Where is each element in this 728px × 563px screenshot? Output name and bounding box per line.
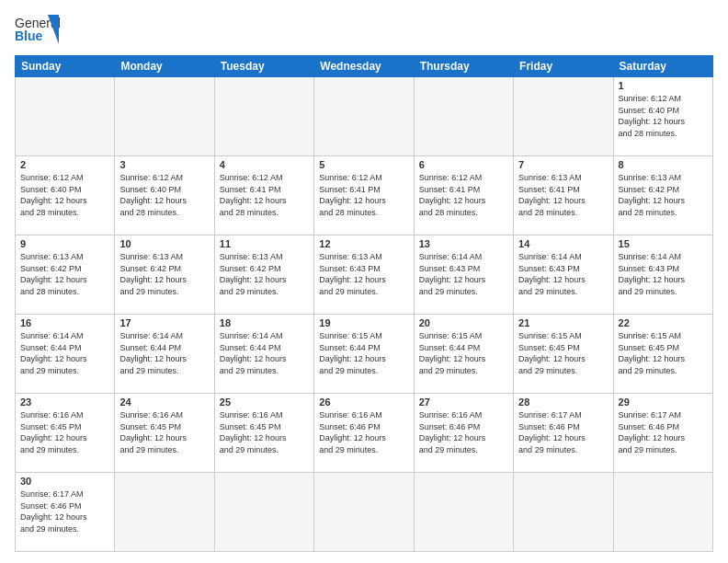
- calendar-week-row: 30Sunrise: 6:17 AM Sunset: 6:46 PM Dayli…: [16, 473, 713, 552]
- day-info: Sunrise: 6:12 AM Sunset: 6:41 PM Dayligh…: [220, 172, 309, 218]
- calendar-day-cell: 18Sunrise: 6:14 AM Sunset: 6:44 PM Dayli…: [214, 315, 313, 394]
- day-info: Sunrise: 6:16 AM Sunset: 6:45 PM Dayligh…: [119, 409, 209, 455]
- calendar-day-cell: 25Sunrise: 6:16 AM Sunset: 6:45 PM Dayli…: [214, 394, 313, 473]
- day-info: Sunrise: 6:16 AM Sunset: 6:46 PM Dayligh…: [419, 409, 508, 455]
- calendar-day-cell: [214, 473, 313, 552]
- weekday-header-friday: Friday: [514, 56, 613, 77]
- svg-text:Blue: Blue: [15, 29, 43, 43]
- calendar-day-cell: 8Sunrise: 6:13 AM Sunset: 6:42 PM Daylig…: [613, 156, 712, 236]
- calendar-day-cell: 16Sunrise: 6:14 AM Sunset: 6:44 PM Dayli…: [16, 315, 115, 394]
- calendar-day-cell: 28Sunrise: 6:17 AM Sunset: 6:46 PM Dayli…: [514, 394, 613, 473]
- calendar-day-cell: 14Sunrise: 6:14 AM Sunset: 6:43 PM Dayli…: [514, 236, 613, 315]
- calendar-table: SundayMondayTuesdayWednesdayThursdayFrid…: [15, 55, 713, 552]
- calendar-day-cell: [414, 77, 513, 156]
- day-info: Sunrise: 6:15 AM Sunset: 6:45 PM Dayligh…: [518, 330, 608, 376]
- calendar-day-cell: 17Sunrise: 6:14 AM Sunset: 6:44 PM Dayli…: [115, 315, 214, 394]
- calendar-day-cell: [613, 473, 712, 552]
- day-number: 2: [20, 159, 109, 170]
- day-number: 27: [419, 396, 508, 408]
- calendar-day-cell: 22Sunrise: 6:15 AM Sunset: 6:45 PM Dayli…: [613, 315, 712, 394]
- day-info: Sunrise: 6:14 AM Sunset: 6:43 PM Dayligh…: [518, 251, 608, 297]
- calendar-day-cell: 13Sunrise: 6:14 AM Sunset: 6:43 PM Dayli…: [414, 236, 513, 315]
- day-number: 21: [518, 317, 608, 328]
- calendar-day-cell: 10Sunrise: 6:13 AM Sunset: 6:42 PM Dayli…: [115, 236, 214, 315]
- calendar-day-cell: 7Sunrise: 6:13 AM Sunset: 6:41 PM Daylig…: [514, 156, 613, 236]
- calendar-week-row: 1Sunrise: 6:12 AM Sunset: 6:40 PM Daylig…: [16, 77, 713, 156]
- day-number: 28: [518, 396, 608, 408]
- calendar-day-cell: 9Sunrise: 6:13 AM Sunset: 6:42 PM Daylig…: [16, 236, 115, 315]
- calendar-day-cell: 1Sunrise: 6:12 AM Sunset: 6:40 PM Daylig…: [613, 77, 712, 156]
- day-info: Sunrise: 6:16 AM Sunset: 6:45 PM Dayligh…: [20, 409, 109, 455]
- day-number: 12: [319, 238, 408, 249]
- weekday-header-tuesday: Tuesday: [214, 56, 313, 77]
- day-number: 1: [619, 80, 708, 91]
- day-number: 20: [419, 317, 508, 328]
- day-number: 22: [619, 317, 708, 328]
- day-info: Sunrise: 6:14 AM Sunset: 6:44 PM Dayligh…: [119, 330, 209, 376]
- day-number: 14: [518, 238, 608, 249]
- day-number: 7: [518, 159, 608, 170]
- day-number: 5: [319, 159, 408, 170]
- day-number: 26: [319, 396, 408, 408]
- weekday-header-saturday: Saturday: [613, 56, 712, 77]
- calendar-day-cell: [214, 77, 313, 156]
- day-info: Sunrise: 6:15 AM Sunset: 6:44 PM Dayligh…: [419, 330, 508, 376]
- day-info: Sunrise: 6:13 AM Sunset: 6:42 PM Dayligh…: [119, 251, 209, 297]
- calendar-day-cell: [314, 473, 414, 552]
- day-number: 24: [119, 396, 209, 408]
- logo: General Blue: [15, 11, 63, 48]
- day-info: Sunrise: 6:12 AM Sunset: 6:41 PM Dayligh…: [319, 172, 408, 218]
- day-info: Sunrise: 6:16 AM Sunset: 6:45 PM Dayligh…: [220, 409, 309, 455]
- calendar-day-cell: 4Sunrise: 6:12 AM Sunset: 6:41 PM Daylig…: [214, 156, 313, 236]
- day-info: Sunrise: 6:14 AM Sunset: 6:44 PM Dayligh…: [20, 330, 109, 376]
- day-number: 13: [419, 238, 508, 249]
- day-info: Sunrise: 6:14 AM Sunset: 6:43 PM Dayligh…: [619, 251, 708, 297]
- day-info: Sunrise: 6:13 AM Sunset: 6:42 PM Dayligh…: [220, 251, 309, 297]
- day-number: 10: [119, 238, 209, 249]
- day-info: Sunrise: 6:15 AM Sunset: 6:44 PM Dayligh…: [319, 330, 408, 376]
- day-number: 29: [619, 396, 708, 408]
- day-number: 30: [20, 476, 109, 487]
- day-number: 19: [319, 317, 408, 328]
- day-info: Sunrise: 6:17 AM Sunset: 6:46 PM Dayligh…: [619, 409, 708, 455]
- calendar-page: General Blue SundayMondayTuesdayWednesda…: [0, 0, 728, 563]
- calendar-day-cell: [314, 77, 414, 156]
- calendar-day-cell: 23Sunrise: 6:16 AM Sunset: 6:45 PM Dayli…: [16, 394, 115, 473]
- calendar-day-cell: 21Sunrise: 6:15 AM Sunset: 6:45 PM Dayli…: [514, 315, 613, 394]
- calendar-day-cell: 6Sunrise: 6:12 AM Sunset: 6:41 PM Daylig…: [414, 156, 513, 236]
- calendar-day-cell: 3Sunrise: 6:12 AM Sunset: 6:40 PM Daylig…: [115, 156, 214, 236]
- day-info: Sunrise: 6:13 AM Sunset: 6:42 PM Dayligh…: [619, 172, 708, 218]
- day-info: Sunrise: 6:14 AM Sunset: 6:43 PM Dayligh…: [419, 251, 508, 297]
- day-info: Sunrise: 6:14 AM Sunset: 6:44 PM Dayligh…: [220, 330, 309, 376]
- day-number: 4: [220, 159, 309, 170]
- calendar-day-cell: [514, 77, 613, 156]
- day-number: 15: [619, 238, 708, 249]
- calendar-day-cell: 20Sunrise: 6:15 AM Sunset: 6:44 PM Dayli…: [414, 315, 513, 394]
- calendar-day-cell: 15Sunrise: 6:14 AM Sunset: 6:43 PM Dayli…: [613, 236, 712, 315]
- calendar-day-cell: 24Sunrise: 6:16 AM Sunset: 6:45 PM Dayli…: [115, 394, 214, 473]
- day-number: 18: [220, 317, 309, 328]
- day-info: Sunrise: 6:13 AM Sunset: 6:43 PM Dayligh…: [319, 251, 408, 297]
- day-info: Sunrise: 6:17 AM Sunset: 6:46 PM Dayligh…: [518, 409, 608, 455]
- calendar-day-cell: 19Sunrise: 6:15 AM Sunset: 6:44 PM Dayli…: [314, 315, 414, 394]
- weekday-header-thursday: Thursday: [414, 56, 513, 77]
- calendar-day-cell: 30Sunrise: 6:17 AM Sunset: 6:46 PM Dayli…: [16, 473, 115, 552]
- weekday-header-monday: Monday: [115, 56, 214, 77]
- day-info: Sunrise: 6:12 AM Sunset: 6:40 PM Dayligh…: [619, 93, 708, 139]
- day-info: Sunrise: 6:16 AM Sunset: 6:46 PM Dayligh…: [319, 409, 408, 455]
- day-info: Sunrise: 6:12 AM Sunset: 6:40 PM Dayligh…: [20, 172, 109, 218]
- weekday-header-wednesday: Wednesday: [314, 56, 414, 77]
- day-info: Sunrise: 6:12 AM Sunset: 6:41 PM Dayligh…: [419, 172, 508, 218]
- calendar-day-cell: 26Sunrise: 6:16 AM Sunset: 6:46 PM Dayli…: [314, 394, 414, 473]
- calendar-day-cell: [115, 473, 214, 552]
- day-info: Sunrise: 6:13 AM Sunset: 6:42 PM Dayligh…: [20, 251, 109, 297]
- day-info: Sunrise: 6:12 AM Sunset: 6:40 PM Dayligh…: [119, 172, 209, 218]
- calendar-week-row: 9Sunrise: 6:13 AM Sunset: 6:42 PM Daylig…: [16, 236, 713, 315]
- calendar-day-cell: [115, 77, 214, 156]
- day-info: Sunrise: 6:13 AM Sunset: 6:41 PM Dayligh…: [518, 172, 608, 218]
- calendar-day-cell: [514, 473, 613, 552]
- calendar-day-cell: 2Sunrise: 6:12 AM Sunset: 6:40 PM Daylig…: [16, 156, 115, 236]
- weekday-header-row: SundayMondayTuesdayWednesdayThursdayFrid…: [16, 56, 713, 77]
- calendar-day-cell: 5Sunrise: 6:12 AM Sunset: 6:41 PM Daylig…: [314, 156, 414, 236]
- day-number: 17: [119, 317, 209, 328]
